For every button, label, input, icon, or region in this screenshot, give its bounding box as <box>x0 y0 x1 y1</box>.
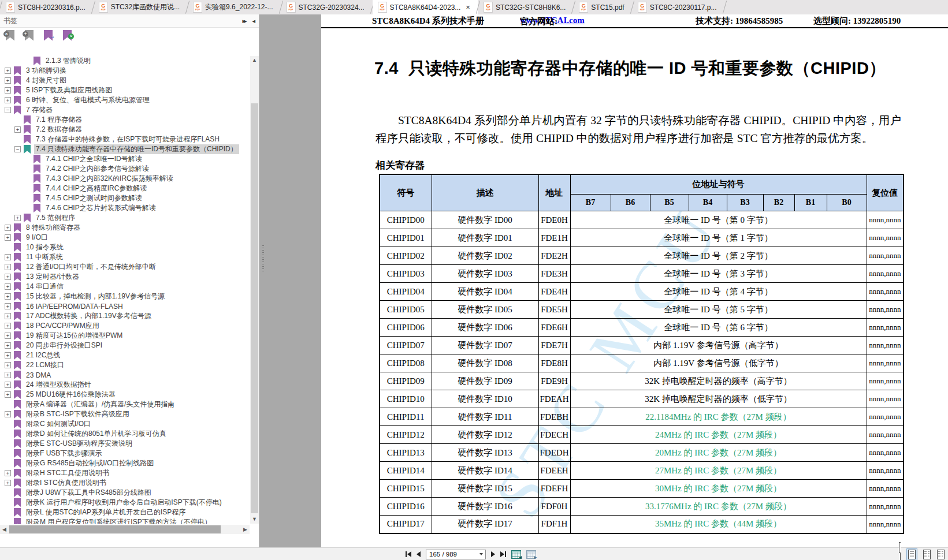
scroll-down-icon[interactable]: ▼ <box>250 515 259 524</box>
tab-5[interactable]: GPDFSTC8A8K64D4-2023...× <box>373 0 478 14</box>
bookmark-item[interactable]: +9 I/O口 <box>1 233 250 242</box>
sidebar-horizontal-scrollbar[interactable]: ◀ ▶ <box>0 525 250 534</box>
expand-icon[interactable]: + <box>5 372 11 378</box>
expand-icon[interactable]: + <box>5 87 11 94</box>
bookmark-item[interactable]: +13 定时器/计数器 <box>1 272 250 282</box>
bookmark-item[interactable]: 7.4.4 CHIP之高精度IRC参数解读 <box>1 184 250 193</box>
expand-icon[interactable]: + <box>5 382 11 388</box>
expand-icon[interactable]: + <box>5 391 11 398</box>
bookmark-item[interactable]: +6 时钟、复位、省电模式与系统电源管理 <box>1 95 250 105</box>
bookmark-item[interactable]: 7.4.6 CHIP之芯片封装形式编号解读 <box>1 203 250 213</box>
bookmark-item[interactable]: +附录H STC工具使用说明书 <box>1 468 250 478</box>
bookmark-item[interactable]: +23 DMA <box>1 370 250 380</box>
expand-icon[interactable]: + <box>5 333 11 339</box>
expand-all-icon[interactable]: ▸▸ <box>242 14 245 27</box>
collapse-icon[interactable]: − <box>14 146 21 152</box>
expand-icon[interactable]: + <box>5 411 11 417</box>
bookmark-item[interactable]: +14 串口通信 <box>1 282 250 292</box>
expand-icon[interactable]: + <box>5 342 11 349</box>
bookmark-item[interactable]: +3 功能脚切换 <box>1 66 250 76</box>
bookmark-item[interactable]: 附录F USB下载步骤演示 <box>1 449 250 458</box>
bookmark-item[interactable]: +22 LCM接口 <box>1 360 250 370</box>
bookmark-item[interactable]: 附录K 运行用户程序时收到用户命令后自动启动ISP下载(不停电) <box>1 498 250 507</box>
bookmark-item[interactable]: +19 精度可达15位的增强型PWM <box>1 331 250 341</box>
add-bookmark-icon[interactable]: + <box>25 30 34 41</box>
expand-icon[interactable]: + <box>5 323 11 329</box>
continuous-view-icon[interactable] <box>907 549 917 560</box>
scrollbar-thumb[interactable] <box>9 525 221 533</box>
last-page-button[interactable] <box>500 551 506 557</box>
panel-splitter[interactable] <box>259 14 267 547</box>
bookmark-item[interactable]: 7.3 存储器中的特殊参数，在ISP下载时可烧录进程序FLASH <box>1 135 250 144</box>
bookmark-item[interactable]: 7.1 程序存储器 <box>1 115 250 125</box>
expand-icon[interactable]: + <box>5 362 11 368</box>
expand-icon[interactable]: + <box>5 68 11 74</box>
tab-8[interactable]: GPDFSTC8C-20230117.p... <box>633 0 724 14</box>
tab-6[interactable]: GPDFSTC32G-STC8H8K6... <box>478 0 573 14</box>
bookmark-item[interactable]: 附录M 用户程序复位到系统区进行ISP下载的方法（不停电） <box>1 517 250 524</box>
expand-icon[interactable]: + <box>5 470 11 476</box>
bookmark-item[interactable]: +20 同步串行外设接口SPI <box>1 341 250 350</box>
bookmark-item[interactable]: 7.4.5 CHIP之测试时间参数解读 <box>1 193 250 203</box>
scroll-up-icon[interactable]: ▲ <box>250 56 259 65</box>
tab-4[interactable]: GPDFSTC32G-20230324... <box>281 0 372 14</box>
expand-icon[interactable]: + <box>5 234 11 241</box>
bookmark-item[interactable]: +24 增强型双数据指针 <box>1 380 250 390</box>
expand-icon[interactable]: + <box>5 77 11 84</box>
expand-icon[interactable]: + <box>5 293 11 300</box>
bookmark-item[interactable]: +8 特殊功能寄存器 <box>1 223 250 233</box>
bookmark-item[interactable]: +15 比较器，掉电检测，内部1.19V参考信号源 <box>1 292 250 301</box>
expand-icon[interactable]: + <box>5 283 11 290</box>
next-view-icon[interactable]: ▸ <box>526 550 536 559</box>
expand-icon[interactable]: + <box>14 126 21 133</box>
bookmark-item[interactable]: +7.5 范例程序 <box>1 213 250 223</box>
expand-icon[interactable]: + <box>5 352 11 359</box>
bookmark-item[interactable]: 附录D 如何让传统的8051单片机学习板可仿真 <box>1 429 250 439</box>
bookmark-item[interactable]: +16 IAP/EEPROM/DATA-FLASH <box>1 301 250 311</box>
previous-page-button[interactable] <box>417 551 421 557</box>
bookmark-item[interactable]: +附录B STC-ISP下载软件高级应用 <box>1 409 250 419</box>
bookmark-item[interactable]: 7.4.1 CHIP之全球唯一ID号解读 <box>1 154 250 164</box>
first-page-button[interactable] <box>406 551 411 557</box>
bookmark-item[interactable]: +11 中断系统 <box>1 252 250 262</box>
bookmark-item[interactable]: 10 指令系统 <box>1 242 250 252</box>
collapse-icon[interactable]: − <box>5 107 11 113</box>
tab-close-button[interactable]: × <box>466 4 470 11</box>
bookmark-options-icon[interactable]: ˅ <box>63 30 72 41</box>
goto-bookmark-icon[interactable]: → <box>44 30 53 41</box>
bookmark-item[interactable]: +5 ISP下载及典型应用线路图 <box>1 85 250 95</box>
document-view[interactable]: STC8A8K64D4 系列技术手册 官方网站: www.STCAI.com 技… <box>267 14 948 547</box>
bookmark-item[interactable]: +17 ADC模数转换，内部1.19V参考信号源 <box>1 311 250 321</box>
expand-icon[interactable]: + <box>5 264 11 270</box>
bookmark-item[interactable]: +21 I2C总线 <box>1 350 250 360</box>
scrollbar-thumb[interactable] <box>251 103 258 513</box>
bookmark-item[interactable]: +25 MDU16硬件16位乘除法器 <box>1 390 250 400</box>
expand-icon[interactable]: + <box>5 254 11 260</box>
bookmark-item[interactable]: 2.1.3 管脚说明 <box>1 56 250 66</box>
expand-icon[interactable]: + <box>5 225 11 231</box>
bookmark-item[interactable]: 附录G RS485自动控制或I/O口控制线路图 <box>1 458 250 468</box>
splitter-grip-icon[interactable] <box>262 245 264 272</box>
page-number-input[interactable]: 165 / 989 <box>426 550 486 559</box>
bookmark-item[interactable]: 附录A 编译器（汇编器）/仿真器/头文件使用指南 <box>1 400 250 409</box>
expand-icon[interactable]: + <box>5 313 11 319</box>
tab-7[interactable]: GPDFSTC15.pdf <box>574 0 631 14</box>
bookmark-item[interactable]: +4 封装尺寸图 <box>1 76 250 85</box>
tab-1[interactable]: GPDFSTC8H-20230316.p... <box>1 0 93 14</box>
expand-icon[interactable]: + <box>14 215 21 221</box>
bookmark-item[interactable]: 7.4.2 CHIP之内部参考信号源解读 <box>1 164 250 174</box>
bookmark-item[interactable]: 附录J U8W下载工具中RS485部分线路图 <box>1 488 250 498</box>
expand-icon[interactable]: + <box>5 480 11 486</box>
expand-icon[interactable]: + <box>5 303 11 309</box>
continuous-facing-view-icon[interactable] <box>937 550 945 559</box>
tab-3[interactable]: GPDF实验箱9.6_2022-12-... <box>188 0 280 14</box>
collapse-panel-icon[interactable]: ◂ <box>252 14 255 27</box>
delete-bookmark-icon[interactable]: × <box>6 30 14 41</box>
tab-2[interactable]: GPDFSTC32库函数使用说... <box>94 0 187 14</box>
bookmark-item[interactable]: +18 PCA/CCP/PWM应用 <box>1 321 250 331</box>
previous-view-icon[interactable]: ◂ <box>511 550 521 559</box>
bookmark-item[interactable]: 附录C 如何测试I/O口 <box>1 419 250 429</box>
single-page-view-icon[interactable] <box>899 544 901 560</box>
bookmark-item[interactable]: −7 存储器 <box>1 105 250 115</box>
bookmark-item[interactable]: 附录E STC-USB驱动程序安装说明 <box>1 439 250 449</box>
